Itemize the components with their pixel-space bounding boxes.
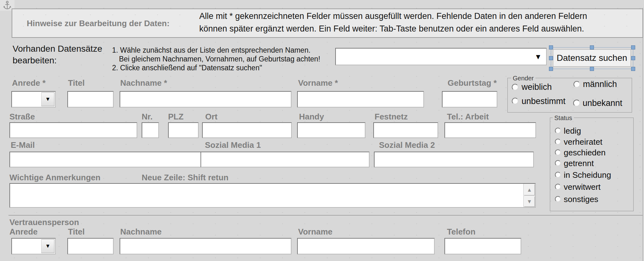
gender-option-unbekannt[interactable]: unbekannt (583, 99, 622, 108)
status-option-geschieden[interactable]: geschieden (564, 148, 606, 157)
tel-arbeit-label: Tel.: Arbeit (447, 112, 489, 121)
status-option-verwitwert[interactable]: verwitwert (564, 183, 601, 192)
anmerkungen-label: Wichtige Anmerkungen (9, 173, 100, 182)
strasse-label: Straße (9, 112, 35, 121)
datensatz-suchen-button-label: Datensatz suchen (556, 53, 627, 63)
tel-arbeit-input[interactable] (444, 122, 536, 138)
vp-titel-label: Titel (68, 227, 85, 236)
gender-option-maennlich[interactable]: männlich (583, 80, 617, 89)
gender-option-weiblich[interactable]: weiblich (522, 83, 552, 92)
anmerkungen-textarea-wrap: ▲ ▼ (9, 183, 536, 208)
status-option-in-scheidung[interactable]: in Scheidung (564, 171, 611, 180)
scroll-down-icon: ▼ (527, 199, 532, 204)
page-edge-line (642, 8, 643, 261)
status-option-verheiratet[interactable]: verheiratet (564, 137, 602, 147)
selection-handle[interactable] (631, 56, 635, 60)
vp-anrede-select[interactable]: ▼ (11, 238, 56, 254)
status-radio-geschieden[interactable] (555, 149, 561, 155)
selection-handle[interactable] (631, 67, 635, 71)
gender-radio-weiblich[interactable] (512, 84, 518, 90)
gender-radio-unbestimmt[interactable] (512, 98, 518, 104)
sozial2-label: Sozial Media 2 (379, 141, 435, 150)
status-radio-verwitwert[interactable] (555, 184, 561, 190)
anmerkungen-textarea[interactable] (10, 184, 523, 207)
datensatz-combobox[interactable]: ▼ (335, 48, 547, 65)
selection-handle[interactable] (549, 45, 553, 49)
anchor-icon (3, 1, 12, 11)
dropdown-arrow-icon[interactable]: ▼ (41, 92, 54, 106)
nachname-input[interactable] (120, 91, 291, 107)
scroll-up-button[interactable]: ▲ (524, 184, 535, 195)
vorhanden-prompt-line2: bearbeiten: (13, 56, 57, 66)
vorhanden-prompt-line1: Vorhanden Datensätze (13, 44, 102, 54)
geburtstag-input[interactable] (442, 91, 497, 107)
status-option-sonstiges[interactable]: sonstiges (564, 195, 598, 204)
search-step1: 1. Wähle zunächst aus der Liste den ents… (112, 46, 310, 54)
vertrauensperson-section-label: Vertrauensperson (9, 218, 79, 227)
strasse-input[interactable] (9, 122, 137, 138)
gender-option-unbestimmt[interactable]: unbestimmt (522, 97, 566, 106)
vp-vorname-input[interactable] (297, 238, 435, 254)
search-step1b: Bei gleichem Nachnamen, Vornahmen, auf G… (119, 55, 320, 63)
nr-label: Nr. (142, 112, 153, 121)
plz-label: PLZ (168, 112, 184, 121)
anmerkungen-scrollbar[interactable]: ▲ ▼ (523, 184, 535, 207)
selection-handle[interactable] (590, 67, 594, 71)
titel-label: Titel (68, 78, 85, 88)
vorname-input[interactable] (297, 91, 424, 107)
search-step2: 2. Clicke anschließend auf "Datensatz su… (112, 64, 262, 72)
email-label: E-Mail (11, 141, 35, 150)
status-option-ledig[interactable]: ledig (564, 126, 581, 136)
combo-arrow-icon[interactable]: ▼ (534, 53, 542, 60)
section-divider (8, 215, 643, 216)
nr-input[interactable] (142, 122, 159, 138)
scroll-down-button[interactable]: ▼ (524, 196, 535, 207)
selection-handle[interactable] (590, 45, 594, 49)
handy-input[interactable] (297, 122, 365, 138)
anrede-select[interactable]: ▼ (11, 91, 56, 107)
titel-input[interactable] (67, 91, 114, 107)
vp-vorname-label: Vorname (298, 227, 332, 236)
hinweis-text-line1: Alle mit * gekennzeichneten Felder müsse… (199, 12, 587, 21)
datensatz-suchen-button[interactable]: Datensatz suchen (553, 49, 631, 67)
status-radio-verheiratet[interactable] (555, 139, 561, 145)
ort-input[interactable] (202, 122, 292, 138)
status-radio-in-scheidung[interactable] (555, 172, 561, 178)
hinweis-label: Hinweise zur Bearbeitung der Daten: (27, 19, 170, 28)
plz-input[interactable] (168, 122, 199, 138)
status-radio-ledig[interactable] (555, 128, 561, 134)
status-radio-getrennt[interactable] (555, 160, 561, 166)
ort-label: Ort (205, 112, 217, 121)
email-input[interactable] (9, 152, 202, 167)
vp-titel-input[interactable] (67, 238, 114, 254)
hinweis-text-line2: können später ergänzt werden. Ein Feld w… (199, 24, 584, 34)
dropdown-arrow-icon[interactable]: ▼ (41, 239, 54, 253)
selection-handle[interactable] (549, 56, 553, 60)
vp-nachname-input[interactable] (120, 238, 291, 254)
gender-legend: Gender (511, 75, 535, 81)
vp-telefon-label: Telefon (447, 227, 476, 236)
sozial1-label: Sozial Media 1 (205, 141, 261, 150)
sozial1-input[interactable] (201, 152, 370, 167)
gender-radio-maennlich[interactable] (573, 81, 580, 88)
geburtstag-label: Geburtstag * (448, 78, 497, 88)
selection-handle[interactable] (631, 45, 635, 49)
vp-telefon-input[interactable] (444, 238, 521, 254)
festnetz-input[interactable] (373, 122, 438, 138)
handy-label: Handy (299, 112, 324, 121)
form-canvas: Hinweise zur Bearbeitung der Daten: Alle… (0, 0, 644, 261)
status-legend: Status (553, 115, 574, 121)
nachname-label: Nachname * (120, 78, 167, 88)
anrede-label: Anrede * (12, 78, 46, 88)
vp-anrede-label: Anrede (9, 227, 38, 236)
status-radio-sonstiges[interactable] (555, 196, 561, 202)
scroll-up-icon: ▲ (527, 187, 532, 193)
gender-radio-unbekannt[interactable] (573, 100, 580, 107)
vorname-label: Vorname * (298, 78, 338, 88)
sozial2-input[interactable] (374, 152, 534, 167)
status-option-getrennt[interactable]: getrennt (564, 159, 594, 168)
vp-nachname-label: Nachname (120, 227, 162, 236)
festnetz-label: Festnetz (375, 112, 408, 121)
anmerkungen-hint-label: Neue Zeile: Shift retun (142, 173, 229, 182)
selection-handle[interactable] (549, 67, 553, 71)
